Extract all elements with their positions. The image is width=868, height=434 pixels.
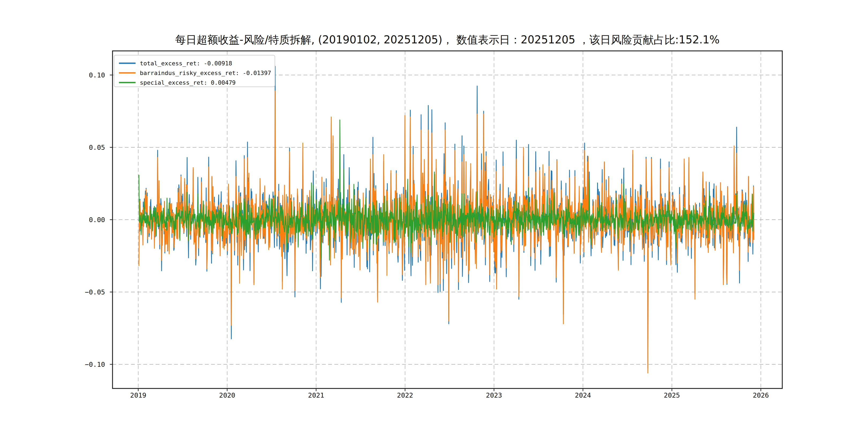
legend-label-special_excess_ret: special_excess_ret: 0.00479 xyxy=(140,79,236,86)
x-tick-label: 2020 xyxy=(219,392,235,399)
x-tick-label: 2023 xyxy=(486,392,502,399)
legend: total_excess_ret: -0.00918barraindus_ris… xyxy=(114,55,275,87)
y-tick-label: 0.05 xyxy=(89,144,105,151)
x-tick-label: 2025 xyxy=(664,392,680,399)
x-tick-label: 2021 xyxy=(308,392,324,399)
x-tick-label: 2026 xyxy=(753,392,769,399)
x-tick-label: 2022 xyxy=(397,392,413,399)
y-tick-label: −0.10 xyxy=(85,361,105,368)
y-tick-label: 0.10 xyxy=(89,71,105,79)
figure: 每日超额收益-风险/特质拆解, (20190102, 20251205)， 数值… xyxy=(0,0,868,434)
daily-excess-return-chart: 每日超额收益-风险/特质拆解, (20190102, 20251205)， 数值… xyxy=(0,0,868,434)
y-tick-label: −0.05 xyxy=(85,288,105,296)
chart-title: 每日超额收益-风险/特质拆解, (20190102, 20251205)， 数值… xyxy=(175,33,720,46)
x-tick-label: 2019 xyxy=(130,392,146,399)
legend-label-total_excess_ret: total_excess_ret: -0.00918 xyxy=(140,60,232,67)
x-tick-label: 2024 xyxy=(575,392,591,399)
legend-label-barraindus_risky_excess_ret: barraindus_risky_excess_ret: -0.01397 xyxy=(140,70,271,76)
y-tick-label: 0.00 xyxy=(89,216,105,224)
